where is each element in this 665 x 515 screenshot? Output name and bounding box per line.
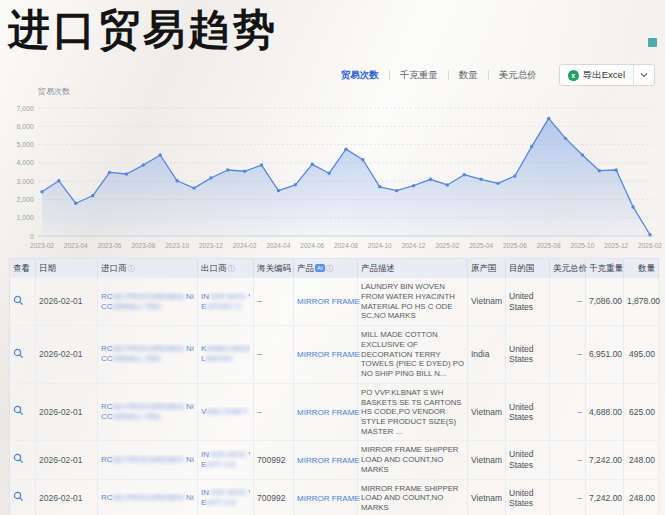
exporter-name-line: EXPT CO (201, 498, 250, 508)
export-excel-button[interactable]: x 导出Excel (560, 65, 633, 85)
product-cell: MIRROR FRAME (294, 278, 358, 326)
importer-cell: RCAD PROCUREMEN NCCCORMILL TRD (98, 326, 198, 384)
page-title: 进口贸易趋势 (8, 2, 278, 58)
product-link[interactable]: MIRROR FRAME (297, 297, 360, 306)
exporter-cell: VINA CRAFT TD (198, 383, 254, 441)
svg-text:2025-06: 2025-06 (503, 242, 527, 249)
svg-text:2024-02: 2024-02 (233, 242, 257, 249)
exporter-name-line: INTER WOV VI (201, 450, 250, 460)
col-header-quantity: 数量 (624, 259, 659, 278)
product-link[interactable]: MIRROR FRAME (297, 350, 360, 359)
tab-trade-count[interactable]: 贸易次数 (331, 64, 389, 86)
importer-name-line: CCORMILL TRD (101, 412, 194, 422)
blurred-text: XPT CO (206, 498, 236, 507)
product-link[interactable]: MIRROR FRAME (297, 408, 360, 417)
export-dropdown-button[interactable] (633, 65, 654, 85)
info-icon[interactable]: ⓘ (228, 264, 236, 273)
info-icon[interactable]: ⓘ (128, 264, 136, 273)
importer-name-line: RCAD PROCUREMEN NC (101, 402, 194, 412)
origin-country-cell: Vietnam (468, 278, 506, 326)
destination-country-cell: United States (506, 326, 550, 384)
view-cell (10, 326, 36, 384)
product-description-cell: PO VVP.KLBNAT S WH BASKETS SE TS CARTONS… (358, 383, 468, 441)
clear-text: RC (101, 292, 113, 301)
col-header-kg-weight: 千克重量 (586, 259, 624, 278)
clear-text: IN (201, 450, 209, 459)
excel-icon: x (568, 70, 579, 81)
kg-weight-cell: 4,688.00 (586, 383, 624, 441)
view-details-button[interactable] (13, 453, 24, 467)
origin-country-cell: Vietnam (468, 479, 506, 515)
info-icon[interactable]: ⓘ (326, 264, 334, 273)
svg-text:2025-10: 2025-10 (571, 242, 595, 249)
view-details-button[interactable] (13, 348, 24, 362)
blurred-text: AD PROCUREMEN (113, 292, 184, 301)
date-cell: 2026-02-01 (36, 441, 98, 479)
importer-cell: RCAD PROCUREMEN NCCCORMILL TRD (98, 278, 198, 326)
svg-text:3,000: 3,000 (16, 178, 34, 185)
table-header-row: 查看 日期 进口商ⓘ 出口商ⓘ 海关编码 产品AIⓘ 产品描述 原产国 目的国 … (10, 259, 659, 278)
exporter-cell: INTER WOV VIEXPT CO (198, 479, 254, 515)
table-row: 2026-02-01RCAD PROCUREMEN NCCCORMILL TRD… (10, 326, 659, 384)
date-cell: 2026-02-01 (36, 479, 98, 515)
exporter-name-line: KANBA INDUS ES (201, 344, 250, 354)
exporter-cell: INTER WOV VIEXPT CO (198, 441, 254, 479)
usd-total-cell: – (550, 441, 586, 479)
quantity-cell: 625.00 (624, 383, 659, 441)
svg-text:2025-02: 2025-02 (435, 242, 459, 249)
clear-text: TD (248, 407, 250, 416)
view-details-button[interactable] (13, 405, 24, 419)
product-description-cell: MILL MADE COTTON EXCLUSIVE OF DECORATION… (358, 326, 468, 384)
tab-kg-weight[interactable]: 千克重量 (390, 64, 448, 86)
importer-name-line: CCORMILL TRD (101, 302, 194, 312)
ai-badge: AI (315, 264, 325, 272)
clear-text: CC (101, 354, 113, 363)
svg-text:4,000: 4,000 (16, 159, 34, 166)
clear-text: NC (184, 292, 194, 301)
product-description-cell: LAUNDRY BIN WOVEN FROM WATER HYACINTH MA… (358, 278, 468, 326)
product-link[interactable]: MIRROR FRAME (297, 456, 360, 465)
tab-quantity[interactable]: 数量 (449, 64, 488, 86)
svg-text:2024-10: 2024-10 (368, 242, 392, 249)
date-cell: 2026-02-01 (36, 278, 98, 326)
quantity-cell: 248.00 (624, 441, 659, 479)
export-excel-label: 导出Excel (583, 69, 625, 82)
clear-text: NC (184, 493, 194, 502)
hs-code-cell: – (254, 326, 294, 384)
blurred-text: TER WOV (209, 292, 246, 301)
destination-country-cell: United States (506, 479, 550, 515)
view-cell (10, 479, 36, 515)
import-trade-trend-page: 进口贸易趋势 贸易次数 千克重量 数量 美元总价 x 导出Excel 贸易次数 … (0, 0, 665, 515)
svg-text:2024-12: 2024-12 (402, 242, 426, 249)
product-cell: MIRROR FRAME (294, 326, 358, 384)
product-link[interactable]: MIRROR FRAME (297, 494, 360, 503)
svg-text:6,000: 6,000 (16, 123, 34, 130)
kg-weight-cell: 7,242.00 (586, 479, 624, 515)
blurred-text: TER WOV (209, 450, 246, 459)
blurred-text: AD PROCUREMEN (113, 344, 184, 353)
exporter-cell: KANBA INDUS ESLIMITED (198, 326, 254, 384)
svg-text:2026-02: 2026-02 (638, 242, 662, 249)
exporter-name-line: EXPT CO (201, 460, 250, 470)
table-row: 2026-02-01RCAD PROCUREMEN NCINTER WOV VI… (10, 479, 659, 515)
blurred-text: IMITED (205, 354, 232, 363)
svg-text:2024-06: 2024-06 (300, 242, 324, 249)
svg-text:7,000: 7,000 (16, 105, 34, 112)
exporter-cell: INTER WOV VIEXPORT C (198, 278, 254, 326)
hs-code-cell: 700992 (254, 479, 294, 515)
kg-weight-cell: 7,242.00 (586, 441, 624, 479)
exporter-name-line: INTER WOV VI (201, 488, 250, 498)
svg-text:2023-06: 2023-06 (98, 242, 122, 249)
view-details-button[interactable] (13, 491, 24, 505)
view-details-button[interactable] (13, 295, 24, 309)
blurred-text: XPT CO (206, 460, 236, 469)
trend-chart: 贸易次数 01,0002,0003,0004,0005,0006,0007,00… (8, 84, 662, 256)
clear-text: RC (101, 402, 113, 411)
usd-total-cell: – (550, 383, 586, 441)
col-header-origin: 原产国 (468, 259, 506, 278)
usd-total-cell: – (550, 326, 586, 384)
svg-text:2023-04: 2023-04 (64, 242, 88, 249)
tab-usd-total[interactable]: 美元总价 (489, 64, 547, 86)
importer-cell: RCAD PROCUREMEN NC (98, 479, 198, 515)
product-cell: MIRROR FRAME (294, 383, 358, 441)
